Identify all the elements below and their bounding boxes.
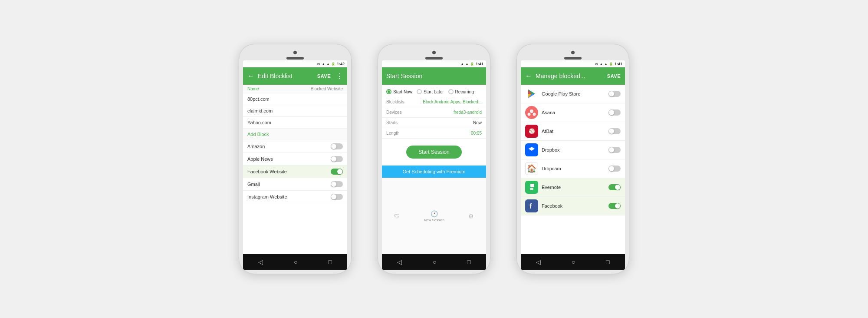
phone-1-content: Name Blocked Website 80pct.com claimid.c… [243, 85, 347, 254]
phone-2-radio-startlater[interactable]: Start Later [417, 89, 444, 94]
phone-2-title: Start Session [386, 73, 482, 80]
phone-2-premium-bar[interactable]: Get Scheduling with Premium [382, 166, 486, 178]
phone-1-toggle-2: Facebook Website [243, 166, 347, 178]
phone-3-appname-4: Dropcam [542, 166, 605, 171]
phone-1-toggle-instagram[interactable] [331, 194, 343, 200]
phone-2-top-bar [382, 48, 486, 60]
phone-2-value-length: 00:05 [471, 131, 482, 136]
phone-1-nav-back[interactable]: ◁ [258, 258, 263, 265]
phone-1-back-icon[interactable]: ← [247, 72, 254, 80]
phone-2-nav-recent[interactable]: □ [467, 258, 470, 265]
phone-3-nav-back[interactable]: ◁ [536, 258, 541, 265]
phone-1-toggle-applenews[interactable] [331, 156, 343, 162]
phone-1-toggle-3: Gmail [243, 178, 347, 191]
phone-1-list-header: Name Blocked Website [243, 85, 347, 93]
phone-3-toggle-5[interactable] [608, 184, 621, 190]
phone-1-blocked-col: Blocked Website [311, 86, 343, 91]
phone-2-camera [432, 51, 436, 54]
phone-3-nav-home[interactable]: ○ [572, 258, 575, 265]
phone-2-radio-options: Start Now Start Later Recurring [382, 85, 486, 97]
phone-2-nav-home[interactable]: ○ [433, 258, 436, 265]
phone-3-top-bar [521, 48, 625, 60]
phone-3-toggle-4[interactable] [608, 166, 621, 172]
phone-2-header: Start Session [382, 67, 486, 85]
phone-3-status-battery: 🔋 [609, 62, 613, 66]
phone-2-row-blocklists: Blocklists Block Android Apps, Blocked..… [382, 97, 486, 107]
phone-2-nav-back[interactable]: ◁ [397, 258, 402, 265]
phone-3-appname-2: AtBat [542, 129, 605, 134]
phone-2-label-blocklists: Blocklists [386, 99, 404, 104]
phone-1-nav-bar: ◁ ○ □ [243, 254, 347, 270]
phone-2-speaker [425, 57, 443, 60]
phone-2-tab-new-session[interactable]: 🕐 New Session [424, 210, 444, 222]
svg-rect-10 [530, 188, 533, 190]
phone-2-label-starts: Starts [386, 120, 398, 125]
svg-text:f: f [529, 202, 532, 210]
phone-3-back-icon[interactable]: ← [525, 72, 532, 80]
phone-1-status-icon-battery: 🔋 [331, 62, 335, 66]
phone-3-toggle-3[interactable] [608, 147, 621, 153]
phone-1-title: Edit Blocklist [258, 73, 314, 80]
phone-3-appname-0: Google Play Store [542, 91, 605, 96]
phone-1-header: ← Edit Blocklist SAVE ⋮ [243, 67, 347, 85]
phone-1-toggle-amazon[interactable] [331, 143, 343, 149]
phone-2-start-session-btn[interactable]: Start Session [406, 146, 461, 159]
phone-1-toggle-facebook[interactable] [331, 169, 343, 175]
phone-2-tab-settings[interactable]: ⚙ [468, 213, 474, 220]
phone-1-site-0: 80pct.com [243, 93, 347, 105]
phone-2-screen: ▲ ▲ 🔋 1:41 Start Session Start Now Start… [382, 60, 486, 270]
phone-3-app-3: Dropbox [521, 141, 625, 159]
phone-3-toggle-2[interactable] [608, 128, 621, 134]
phone-1-speaker [286, 57, 304, 60]
phone-2-value-starts: Now [473, 120, 482, 125]
phone-3-header: ← Manage blocked... SAVE [521, 67, 625, 85]
svg-marker-7 [529, 147, 535, 151]
phone-3-speaker [564, 57, 582, 60]
phone-1-site-1: claimid.com [243, 105, 347, 117]
phone-1-nav-recent[interactable]: □ [328, 258, 332, 265]
phone-1-nav-home[interactable]: ○ [294, 258, 297, 265]
phone-3-appname-1: Asana [542, 110, 605, 115]
phone-2-radio-recurring[interactable]: Recurring [448, 89, 474, 94]
phone-3-nav-recent[interactable]: □ [606, 258, 609, 265]
phone-1-status-icon-msg: ✉ [317, 62, 320, 66]
phone-2-nav-bar: ◁ ○ □ [382, 254, 486, 270]
phone-1-name-col: Name [247, 86, 259, 91]
phone-3-save-btn[interactable]: SAVE [607, 73, 621, 79]
phone-2-tab-bar: 🛡 🕐 New Session ⚙ [382, 178, 486, 254]
phone-3-toggle-0[interactable] [608, 91, 621, 97]
phone-3-icon-evernote [525, 181, 538, 194]
phone-1-save-btn[interactable]: SAVE [317, 73, 331, 79]
phone-1-top-bar [243, 48, 347, 60]
phone-2-row-devices: Devices freda3-android [382, 107, 486, 118]
phone-3-icon-play [525, 87, 538, 100]
phone-2-value-devices: freda3-android [454, 110, 482, 115]
svg-point-4 [530, 109, 533, 113]
phone-2-label-length: Length [386, 131, 400, 136]
phone-2-tab-new-session-label: New Session [424, 218, 444, 222]
phone-3-icon-facebook: f [525, 199, 538, 212]
phone-1-toggle-4: Instagram Website [243, 191, 347, 203]
phone-3-app-6: f Facebook [521, 197, 625, 215]
phone-3-icon-atbat: ⚾ [525, 125, 538, 138]
phone-3-toggle-1[interactable] [608, 109, 621, 116]
phone-3-nav-bar: ◁ ○ □ [521, 254, 625, 270]
phone-1-more-icon[interactable]: ⋮ [336, 72, 343, 80]
phone-3-toggle-6[interactable] [608, 203, 621, 209]
phone-1-toggle-gmail[interactable] [331, 181, 343, 187]
phone-1-add-block-btn[interactable]: Add Block [243, 129, 347, 140]
phone-2-status-bar: ▲ ▲ 🔋 1:41 [382, 60, 486, 67]
phone-3-appname-3: Dropbox [542, 147, 605, 152]
phone-2-radio-circle-1[interactable] [417, 89, 422, 94]
phone-2-label-devices: Devices [386, 110, 402, 115]
phone-2-time: 1:41 [476, 62, 483, 66]
phone-1-status-bar: ✉ ▲ ▲ 🔋 1:42 [243, 60, 347, 67]
phone-2-tab-shield[interactable]: 🛡 [394, 213, 400, 220]
phone-3-status-wifi: ▲ [599, 62, 603, 66]
phone-1-time: 1:42 [337, 62, 345, 66]
phone-2-radio-startnow[interactable]: Start Now [386, 89, 412, 94]
phone-3-status-bar: ✉ ▲ ▲ 🔋 1:41 [521, 60, 625, 67]
phone-2-radio-circle-0[interactable] [386, 89, 391, 94]
phone-3-icon-dropbox [525, 143, 538, 156]
phone-2-radio-circle-2[interactable] [448, 89, 454, 94]
